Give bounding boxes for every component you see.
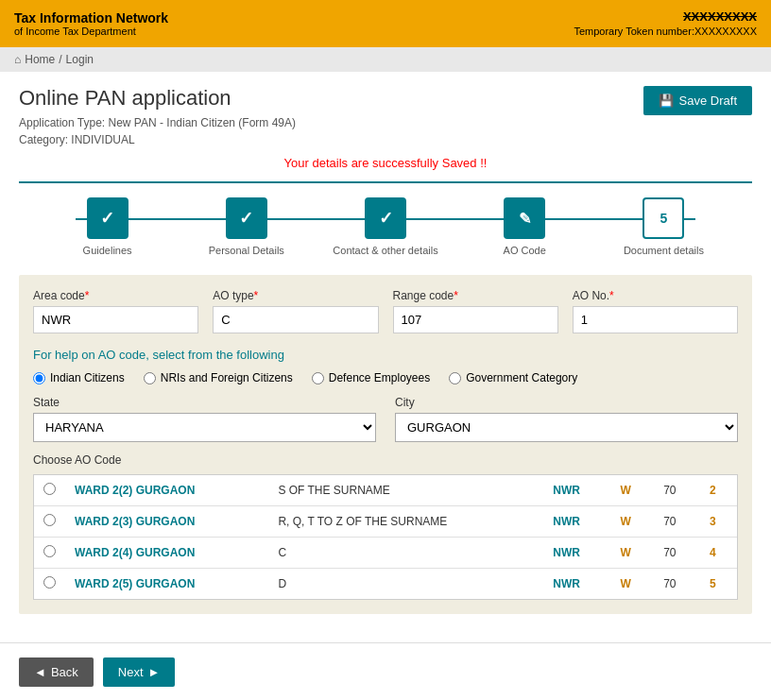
stepper: ✓ Guidelines ✓ Personal Details ✓ Contac… [19, 197, 752, 256]
step-circle-4: ✎ [504, 197, 545, 239]
city-select[interactable]: GURGAON FARIDABAD PANIPAT [395, 413, 738, 442]
type-cell: W [610, 506, 654, 538]
table-row[interactable]: WARD 2(5) GURGAON D NWR W 70 5 [34, 569, 737, 600]
ao-no-group: AO No.* [573, 289, 738, 333]
token-number: XXXXXXXXX [574, 9, 757, 24]
ao-code-radio-3[interactable] [43, 576, 56, 589]
city-group: City GURGAON FARIDABAD PANIPAT [395, 396, 738, 442]
step-circle-2: ✓ [226, 197, 267, 239]
step-personal: ✓ Personal Details [177, 197, 316, 256]
area-code-input[interactable] [33, 306, 198, 333]
ward-cell: WARD 2(2) GURGAON [65, 475, 268, 506]
state-city-row: State HARYANA DELHI MAHARASHTRA City GUR… [33, 396, 738, 442]
page-header: Online PAN application Application Type:… [19, 86, 296, 148]
radio-nri[interactable]: NRIs and Foreign Citizens [144, 371, 293, 384]
category-radio-group: Indian Citizens NRIs and Foreign Citizen… [33, 371, 738, 384]
ao-no-input[interactable] [573, 306, 738, 333]
step-document: 5 Document details [594, 197, 733, 256]
step-ao-code: ✎ AO Code [455, 197, 594, 256]
range-cell: 70 [654, 569, 700, 600]
state-label: State [33, 396, 376, 409]
choose-ao-code-label: Choose AO Code [33, 453, 738, 467]
radio-nri-label: NRIs and Foreign Citizens [161, 371, 293, 384]
breadcrumb-current: Login [66, 53, 94, 66]
range-code-input[interactable] [393, 306, 558, 333]
area-cell: NWR [543, 569, 610, 600]
step-contact: ✓ Contact & other details [316, 197, 454, 256]
ao-code-radio-1[interactable] [43, 514, 56, 526]
save-icon: 💾 [659, 94, 674, 108]
range-code-group: Range code* [393, 289, 558, 333]
table-row[interactable]: WARD 2(4) GURGAON C NWR W 70 4 [34, 538, 737, 569]
app-category: Category: INDIVIDUAL [19, 131, 296, 148]
surname-cell: D [268, 569, 543, 600]
ao-type-label: AO type* [213, 289, 378, 302]
logo-main-text: Tax Information Network [14, 10, 168, 26]
ward-cell: WARD 2(5) GURGAON [65, 569, 268, 600]
step-circle-5: 5 [642, 197, 684, 239]
step-label-2: Personal Details [209, 245, 284, 256]
ao-code-radio-0[interactable] [43, 483, 56, 495]
ao-code-table: WARD 2(2) GURGAON S OF THE SURNAME NWR W… [34, 475, 737, 599]
token-info: XXXXXXXXX Temporary Token number:XXXXXXX… [574, 9, 757, 38]
main-content: Online PAN application Application Type:… [0, 72, 771, 642]
radio-indian-citizens[interactable]: Indian Citizens [33, 371, 125, 384]
type-cell: W [610, 538, 654, 569]
ao-code-radio-2[interactable] [43, 545, 56, 557]
area-cell: NWR [543, 475, 610, 506]
back-button[interactable]: ◄ Back [19, 657, 94, 687]
num-cell: 5 [700, 569, 737, 600]
ward-cell: WARD 2(3) GURGAON [65, 506, 268, 538]
area-cell: NWR [543, 506, 610, 538]
header-logo: Tax Information Network of Income Tax De… [14, 10, 168, 37]
ao-fields-section: Area code* AO type* Range code* AO No.* [19, 275, 752, 614]
ao-type-group: AO type* [213, 289, 378, 333]
ao-code-table-wrapper: WARD 2(2) GURGAON S OF THE SURNAME NWR W… [33, 474, 738, 600]
ao-no-label: AO No.* [573, 289, 738, 302]
ward-cell: WARD 2(4) GURGAON [65, 538, 268, 569]
step-label-4: AO Code [504, 245, 546, 256]
divider [19, 181, 752, 183]
step-label-1: Guidelines [83, 245, 132, 256]
save-draft-button[interactable]: 💾 Save Draft [643, 86, 752, 115]
step-circle-1: ✓ [87, 197, 128, 239]
radio-indian-label: Indian Citizens [50, 371, 125, 384]
surname-cell: S OF THE SURNAME [268, 475, 543, 506]
surname-cell: R, Q, T TO Z OF THE SURNAME [268, 506, 543, 538]
table-row[interactable]: WARD 2(2) GURGAON S OF THE SURNAME NWR W… [34, 475, 737, 506]
city-label: City [395, 396, 738, 409]
success-message: Your details are successfully Saved !! [19, 156, 752, 170]
surname-cell: C [268, 538, 543, 569]
table-row[interactable]: WARD 2(3) GURGAON R, Q, T TO Z OF THE SU… [34, 506, 737, 538]
breadcrumb-home[interactable]: Home [25, 53, 55, 66]
step-circle-3: ✓ [365, 197, 406, 239]
token-label: Temporary Token number:XXXXXXXXX [574, 26, 757, 37]
header: Tax Information Network of Income Tax De… [0, 0, 771, 47]
num-cell: 3 [700, 506, 737, 538]
range-cell: 70 [654, 538, 700, 569]
type-cell: W [610, 475, 654, 506]
logo-sub-text: of Income Tax Department [14, 26, 168, 37]
breadcrumb: ⌂ Home / Login [0, 47, 771, 72]
range-code-label: Range code* [393, 289, 558, 302]
home-icon: ⌂ [14, 53, 21, 66]
ao-type-input[interactable] [213, 306, 378, 333]
radio-government[interactable]: Government Category [449, 371, 577, 384]
type-cell: W [610, 569, 654, 600]
area-cell: NWR [543, 538, 610, 569]
state-group: State HARYANA DELHI MAHARASHTRA [33, 396, 376, 442]
area-code-label: Area code* [33, 289, 198, 302]
num-cell: 4 [700, 538, 737, 569]
step-guidelines: ✓ Guidelines [38, 197, 177, 256]
radio-defence[interactable]: Defence Employees [312, 371, 430, 384]
page-title: Online PAN application [19, 86, 296, 111]
range-cell: 70 [654, 506, 700, 538]
app-meta: Application Type: New PAN - Indian Citiz… [19, 114, 296, 148]
num-cell: 2 [700, 475, 737, 506]
area-code-group: Area code* [33, 289, 198, 333]
step-label-3: Contact & other details [333, 245, 437, 256]
state-select[interactable]: HARYANA DELHI MAHARASHTRA [33, 413, 376, 442]
next-button[interactable]: Next ► [103, 657, 176, 687]
app-type: Application Type: New PAN - Indian Citiz… [19, 114, 296, 131]
back-arrow-icon: ◄ [34, 665, 46, 679]
